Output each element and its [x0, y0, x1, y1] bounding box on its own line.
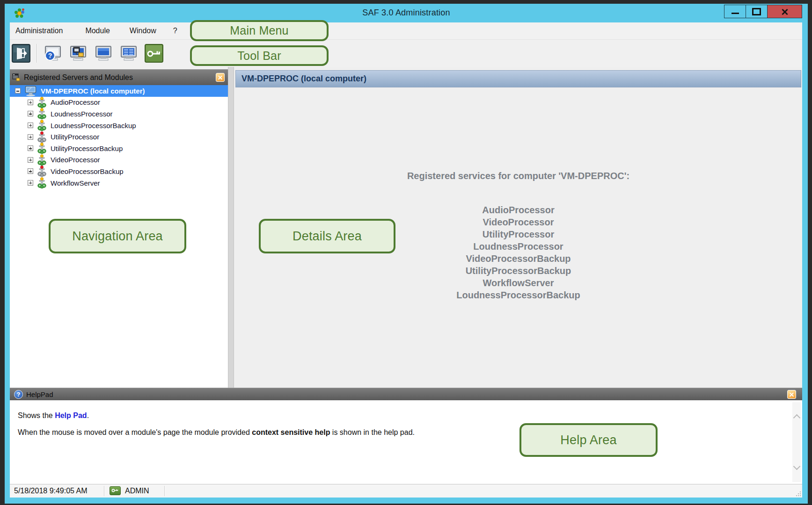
registered-services-heading: Registered services for computer 'VM-DPE… [235, 87, 801, 181]
close-button[interactable] [767, 5, 802, 18]
status-datetime: 5/18/2018 9:49:05 AM [14, 487, 88, 495]
scroll-down-icon[interactable] [793, 463, 801, 470]
tree-row-service[interactable]: LoudnessProcessor [10, 108, 228, 120]
panel-window-icon [12, 73, 20, 81]
close-icon [781, 7, 789, 16]
key-icon [145, 44, 163, 63]
window-controls [724, 5, 802, 18]
help-scrollbar[interactable] [792, 402, 801, 482]
details-view-button[interactable] [94, 43, 113, 63]
tree-item-label: LoudnessProcessorBackup [51, 122, 136, 130]
helppad-title: HelpPad [26, 390, 53, 398]
tree-item-label: UtilityProcessor [51, 133, 99, 141]
help-pad-link[interactable]: Help Pad [55, 411, 87, 419]
tree-root-label: VM-DPEPROC (local computer) [41, 87, 145, 95]
tree-item-label: WorkflowServer [51, 179, 100, 187]
helppad-content: Shows the Help Pad. When the mouse is mo… [10, 400, 802, 484]
status-user: ADMIN [125, 487, 149, 495]
tree-item-label: VideoProcessor [51, 156, 100, 164]
maximize-button[interactable] [746, 5, 768, 18]
exit-button[interactable] [11, 43, 31, 63]
navigation-toggle-button[interactable] [68, 43, 88, 63]
window-title: SAF 3.0 Administration [5, 8, 808, 18]
maximize-icon [752, 8, 761, 15]
tree-row-root[interactable]: VM-DPEPROC (local computer) [10, 85, 228, 97]
expand-icon[interactable] [28, 111, 33, 116]
tree-row-service[interactable]: LoudnessProcessorBackup [10, 120, 228, 131]
helppad-toggle-button[interactable]: ? [43, 43, 63, 63]
details-panel-header: VM-DPEPROC (local computer) [235, 70, 801, 87]
resize-grip[interactable] [795, 491, 801, 496]
service-name: VideoProcessorBackup [235, 252, 801, 265]
question-glyph: ? [48, 52, 52, 59]
help-text: Shows the [18, 411, 55, 419]
annotation-help-area: Help Area [519, 423, 658, 457]
menu-item-administration[interactable]: Administration [11, 24, 67, 38]
minimize-button[interactable] [724, 5, 746, 18]
service-gears-icon [37, 97, 46, 108]
security-button[interactable] [144, 43, 164, 63]
expand-icon[interactable] [28, 145, 33, 151]
help-text-bold: context sensitive help [252, 428, 330, 436]
tree-row-service[interactable]: UtilityProcessor [10, 131, 228, 143]
window-client-area: Administration Module Window ? [10, 22, 802, 498]
statusbar-separator [104, 486, 105, 496]
close-helppad-icon[interactable] [787, 390, 796, 399]
exit-icon [12, 44, 30, 63]
expand-icon[interactable] [28, 180, 33, 186]
tree-item-label: AudioProcessor [51, 98, 100, 106]
title-bar: SAF 3.0 Administration [5, 4, 808, 22]
service-gears-icon [37, 143, 46, 154]
details-icon [94, 44, 113, 63]
help-text-line2: When the mouse is moved over a module's … [18, 428, 415, 437]
navigation-icon [69, 44, 88, 63]
menu-item-help[interactable]: ? [168, 24, 182, 38]
menu-item-module[interactable]: Module [80, 24, 114, 38]
expand-icon[interactable] [28, 134, 33, 140]
scroll-up-icon[interactable] [793, 414, 801, 422]
help-text: When the mouse is moved over a module's … [18, 428, 252, 436]
tree-row-service[interactable]: UtilityProcessorBackup [10, 143, 228, 154]
collapse-icon[interactable] [15, 88, 21, 94]
annotation-main-menu: Main Menu [190, 20, 329, 41]
tiled-view-icon [119, 44, 138, 63]
annotation-navigation-area: Navigation Area [49, 219, 186, 253]
help-icon: ? [14, 390, 23, 399]
service-gears-icon [37, 177, 46, 188]
annotation-tool-bar: Tool Bar [190, 45, 329, 66]
tree-row-service[interactable]: VideoProcessorBackup [10, 166, 228, 177]
tree-item-label: UtilityProcessorBackup [51, 144, 123, 152]
expand-icon[interactable] [28, 123, 33, 128]
service-name: AudioProcessor [235, 204, 801, 216]
help-text-line1: Shows the Help Pad. [18, 411, 89, 420]
expand-icon[interactable] [28, 157, 33, 163]
tree-row-service[interactable]: AudioProcessor [10, 97, 228, 108]
annotation-details-area: Details Area [259, 219, 395, 253]
expand-icon[interactable] [28, 100, 33, 105]
service-gears-icon [37, 108, 46, 119]
navigation-panel-header: Registered Servers and Modules [10, 69, 228, 85]
tree-row-service[interactable]: WorkflowServer [10, 177, 228, 189]
service-gears-icon [37, 120, 46, 131]
help-text: . [87, 411, 89, 419]
expand-icon[interactable] [28, 168, 33, 174]
close-panel-icon[interactable] [216, 73, 225, 82]
service-name: WorkflowServer [235, 277, 801, 289]
service-name: LoudnessProcessorBackup [235, 289, 801, 301]
app-window: SAF 3.0 Administration Administration Mo… [5, 4, 808, 504]
panel-splitter[interactable] [228, 67, 234, 388]
service-gears-icon [37, 166, 46, 177]
service-name: UtilityProcessorBackup [235, 265, 801, 277]
details-panel-title: VM-DPEPROC (local computer) [241, 74, 366, 84]
toolbar-separator [37, 44, 37, 63]
menu-item-window[interactable]: Window [125, 24, 161, 38]
tool-bar: ? [10, 39, 802, 67]
tree-row-service[interactable]: VideoProcessor [10, 154, 228, 166]
tree-item-label: LoudnessProcessor [51, 110, 113, 118]
helppad-header: ? HelpPad [10, 388, 802, 401]
tiled-view-button[interactable] [119, 43, 139, 63]
helppad-icon: ? [44, 44, 62, 63]
menu-bar: Administration Module Window ? [10, 22, 802, 39]
statusbar-separator [164, 486, 165, 496]
screenshot-root: SAF 3.0 Administration Administration Mo… [0, 0, 812, 505]
